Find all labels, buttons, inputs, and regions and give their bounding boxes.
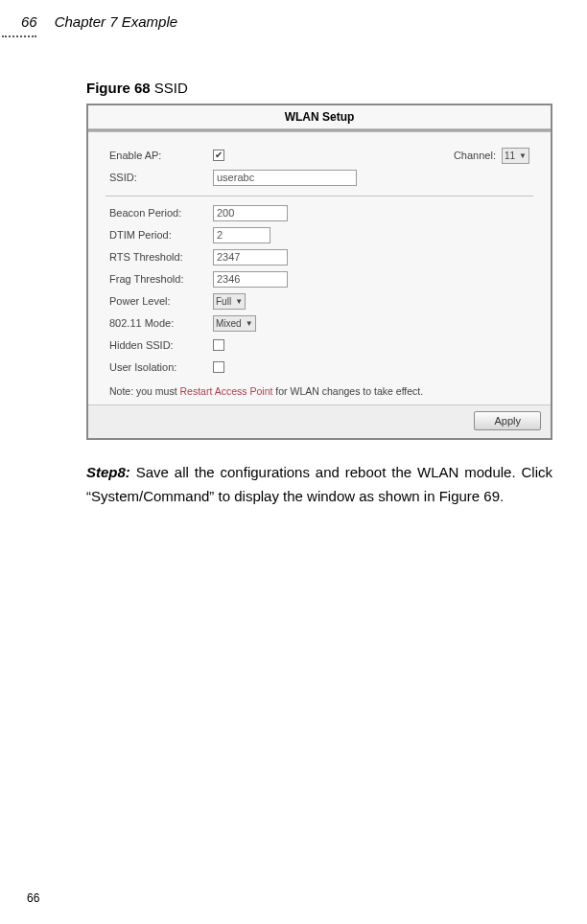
figure-caption: Figure 68 SSID [86, 80, 552, 96]
step8-text: Save all the configurations and reboot t… [86, 464, 552, 504]
row-rts: RTS Threshold: 2347 [109, 248, 529, 266]
row-enable-ap: Enable AP: Channel: 11 ▼ [109, 147, 529, 164]
label-rts-threshold: RTS Threshold: [109, 251, 213, 263]
select-channel[interactable]: 11 ▼ [502, 148, 529, 164]
label-channel: Channel: [454, 150, 496, 161]
row-hidden-ssid: Hidden SSID: [109, 336, 529, 354]
label-user-isolation: User Isolation: [109, 361, 213, 373]
apply-button[interactable]: Apply [474, 411, 541, 430]
label-beacon-period: Beacon Period: [109, 207, 213, 219]
checkbox-enable-ap[interactable] [213, 150, 224, 161]
input-dtim-period[interactable]: 2 [213, 227, 270, 243]
panel-title: WLAN Setup [88, 105, 551, 129]
header-dotted-rule [2, 35, 36, 37]
header-chapter-title: Chapter 7 Example [55, 13, 177, 30]
figure-caption-bold: Figure 68 [86, 80, 151, 96]
select-channel-value: 11 [505, 150, 515, 161]
page-header: 66 Chapter 7 Example [21, 13, 560, 30]
select-mode-value: Mixed [216, 318, 242, 329]
select-power-value: Full [216, 296, 231, 307]
wlan-setup-panel: WLAN Setup Enable AP: Channel: 11 ▼ S [86, 104, 552, 440]
label-power-level: Power Level: [109, 295, 213, 307]
header-page-number: 66 [21, 13, 37, 30]
label-enable-ap: Enable AP: [109, 150, 213, 161]
chevron-down-icon: ▼ [246, 319, 253, 328]
checkbox-hidden-ssid[interactable] [213, 339, 224, 351]
step8-label: Step8: [86, 464, 130, 480]
checkbox-user-isolation[interactable] [213, 361, 224, 373]
chevron-down-icon: ▼ [235, 297, 243, 306]
note-suffix: for WLAN changes to take effect. [272, 385, 423, 397]
content-area: Figure 68 SSID WLAN Setup Enable AP: Cha… [86, 80, 552, 509]
note-text: Note: you must Restart Access Point for … [109, 385, 529, 397]
input-frag-threshold[interactable]: 2346 [213, 271, 288, 288]
note-prefix: Note: you must [109, 385, 180, 397]
select-80211-mode[interactable]: Mixed ▼ [213, 315, 256, 332]
input-rts-threshold[interactable]: 2347 [213, 249, 288, 266]
channel-group: Channel: 11 ▼ [454, 148, 529, 164]
restart-access-point-link[interactable]: Restart Access Point [180, 385, 273, 397]
row-user-isolation: User Isolation: [109, 358, 529, 376]
apply-bar: Apply [88, 404, 551, 438]
row-power: Power Level: Full ▼ [109, 292, 529, 310]
row-ssid: SSID: userabc [109, 169, 529, 186]
label-hidden-ssid: Hidden SSID: [109, 339, 213, 351]
divider-1 [106, 196, 533, 196]
row-beacon: Beacon Period: 200 [109, 204, 529, 221]
label-frag-threshold: Frag Threshold: [109, 273, 213, 285]
input-ssid[interactable]: userabc [213, 170, 357, 186]
chevron-down-icon: ▼ [519, 151, 527, 160]
footer-page-number: 66 [27, 891, 39, 905]
step8-paragraph: Step8: Save all the configurations and r… [86, 461, 552, 509]
figure-caption-rest: SSID [151, 80, 188, 96]
label-ssid: SSID: [109, 172, 213, 183]
panel-body: Enable AP: Channel: 11 ▼ SSID: userabc [88, 132, 551, 404]
label-dtim-period: DTIM Period: [109, 229, 213, 241]
row-dtim: DTIM Period: 2 [109, 226, 529, 243]
select-power-level[interactable]: Full ▼ [213, 293, 246, 310]
row-mode: 802.11 Mode: Mixed ▼ [109, 314, 529, 332]
page: 66 Chapter 7 Example Figure 68 SSID WLAN… [0, 0, 587, 924]
label-80211-mode: 802.11 Mode: [109, 317, 213, 329]
row-frag: Frag Threshold: 2346 [109, 270, 529, 288]
input-beacon-period[interactable]: 200 [213, 205, 288, 221]
